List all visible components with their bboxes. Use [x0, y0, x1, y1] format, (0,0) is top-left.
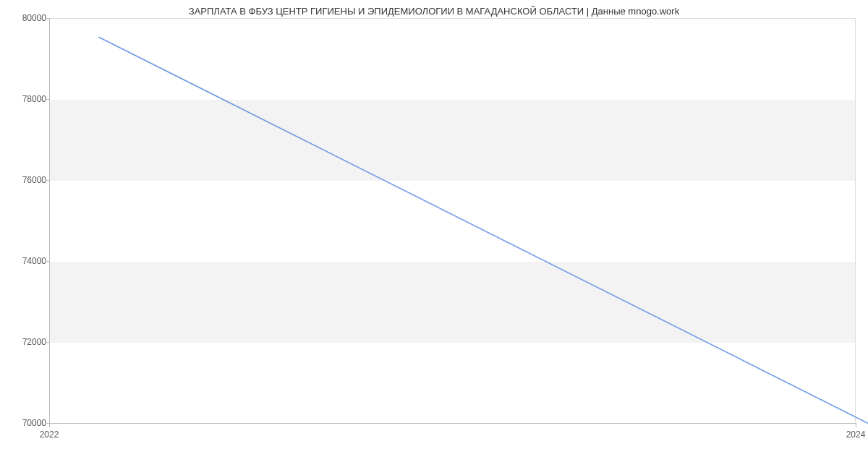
- y-tick-mark: [45, 342, 49, 343]
- y-tick-label: 78000: [3, 94, 46, 104]
- y-tick-label: 76000: [3, 175, 46, 185]
- line-series: [98, 37, 868, 442]
- chart-title: ЗАРПЛАТА В ФБУЗ ЦЕНТР ГИГИЕНЫ И ЭПИДЕМИО…: [0, 6, 868, 17]
- plot-area: [49, 18, 856, 423]
- y-tick-label: 72000: [3, 337, 46, 347]
- y-tick-label: 80000: [3, 13, 46, 23]
- x-tick-label: 2022: [40, 430, 59, 440]
- x-tick-mark: [856, 423, 856, 427]
- y-tick-label: 74000: [3, 256, 46, 266]
- y-tick-label: 70000: [3, 418, 46, 428]
- y-tick-mark: [45, 99, 49, 100]
- y-tick-mark: [45, 261, 49, 262]
- y-axis: [49, 18, 50, 423]
- y-tick-mark: [45, 180, 49, 181]
- x-tick-label: 2024: [846, 430, 866, 440]
- x-tick-mark: [49, 423, 50, 427]
- x-axis: [49, 423, 856, 424]
- chart-container: ЗАРПЛАТА В ФБУЗ ЦЕНТР ГИГИЕНЫ И ЭПИДЕМИО…: [0, 0, 868, 470]
- y-tick-mark: [45, 18, 49, 19]
